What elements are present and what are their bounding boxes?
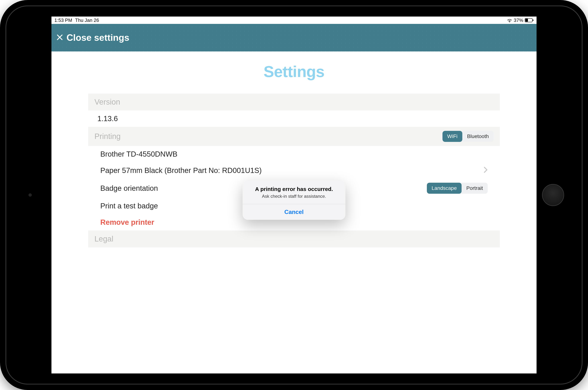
- orientation-label: Badge orientation: [100, 184, 158, 193]
- front-camera: [29, 193, 32, 197]
- close-icon: [56, 32, 63, 43]
- ipad-device-frame: 1:53 PM Thu Jan 26 37% Close settings: [0, 0, 588, 390]
- orientation-segmented[interactable]: Landscape Portrait: [427, 183, 488, 194]
- close-settings-label: Close settings: [67, 32, 129, 43]
- orientation-portrait-option[interactable]: Portrait: [462, 183, 488, 194]
- page-title: Settings: [51, 62, 537, 81]
- battery-icon: [525, 18, 534, 22]
- svg-rect-1: [525, 19, 528, 22]
- app-header: Close settings: [51, 24, 537, 51]
- orientation-landscape-option[interactable]: Landscape: [427, 183, 462, 194]
- connection-bluetooth-option[interactable]: Bluetooth: [462, 131, 494, 142]
- status-bar: 1:53 PM Thu Jan 26 37%: [51, 17, 537, 24]
- printer-name: Brother TD-4550DNWB: [100, 150, 177, 158]
- connection-wifi-option[interactable]: WiFi: [443, 131, 462, 142]
- print-test-badge-label: Print a test badge: [100, 202, 158, 210]
- alert-message: Ask check-in staff for assistance.: [248, 194, 340, 199]
- section-header-version: Version: [88, 94, 500, 110]
- settings-list: Version 1.13.6 Printing WiFi Bluetooth B…: [88, 94, 500, 247]
- status-battery-percent: 37%: [514, 17, 523, 23]
- paper-label: Paper 57mm Black (Brother Part No: RD001…: [100, 166, 262, 175]
- wifi-icon: [507, 18, 512, 22]
- section-header-legal: Legal: [88, 231, 500, 247]
- version-row: 1.13.6: [88, 110, 500, 127]
- screen: 1:53 PM Thu Jan 26 37% Close settings: [51, 17, 537, 373]
- remove-printer-label: Remove printer: [100, 218, 154, 226]
- section-header-printing: Printing WiFi Bluetooth: [88, 127, 500, 146]
- alert-title: A printing error has occurred.: [248, 186, 340, 192]
- version-value: 1.13.6: [97, 114, 118, 123]
- status-time: 1:53 PM: [54, 17, 72, 23]
- alert-cancel-button[interactable]: Cancel: [243, 204, 345, 220]
- connection-type-segmented[interactable]: WiFi Bluetooth: [443, 131, 494, 142]
- close-settings-button[interactable]: Close settings: [56, 32, 129, 43]
- status-date: Thu Jan 26: [75, 17, 99, 23]
- printing-error-alert: A printing error has occurred. Ask check…: [243, 180, 345, 220]
- printer-name-row[interactable]: Brother TD-4550DNWB: [88, 146, 500, 162]
- svg-rect-2: [533, 19, 533, 21]
- paper-row[interactable]: Paper 57mm Black (Brother Part No: RD001…: [88, 162, 500, 179]
- chevron-right-icon: [484, 166, 488, 175]
- home-button[interactable]: [542, 184, 564, 206]
